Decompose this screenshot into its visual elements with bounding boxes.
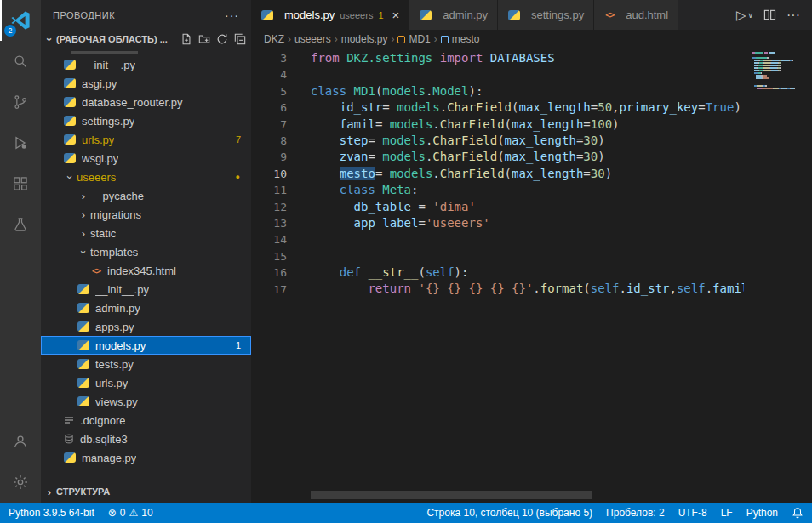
code-editor[interactable]: 34567891011121314151617 from DKZ.setting… — [251, 48, 812, 503]
outline-section-header[interactable]: › СТРУКТУРА — [41, 480, 251, 503]
new-folder-icon[interactable] — [198, 33, 210, 45]
tree-file-settings.py[interactable]: settings.py — [41, 111, 251, 130]
line-number: 11 — [251, 182, 287, 198]
language-mode-status[interactable]: Python — [746, 507, 778, 519]
workspace-section-header[interactable]: › (РАБОЧАЯ ОБЛАСТЬ) ... — [41, 30, 251, 48]
tree-file-asgi.py[interactable]: asgi.py — [41, 74, 251, 93]
tree-folder-migrations[interactable]: ›migrations — [41, 205, 251, 224]
file-name: __init__.py — [82, 59, 135, 71]
tree-file-manage.py[interactable]: manage.py — [41, 448, 251, 467]
tab-settings.py[interactable]: settings.py — [498, 0, 594, 30]
cursor-position-status[interactable]: Строка 10, столбец 10 (выбрано 5) — [426, 507, 592, 519]
tree-file-views.py[interactable]: views.py — [41, 392, 251, 411]
file-name: urls.py — [95, 377, 128, 389]
tree-file-.dcignore[interactable]: .dcignore — [41, 411, 251, 429]
tree-file-tests.py[interactable]: tests.py — [41, 355, 251, 373]
split-editor-icon[interactable] — [763, 9, 776, 21]
breadcrumb-models.py[interactable]: models.py — [341, 33, 388, 45]
code-line[interactable] — [311, 66, 744, 82]
code-line[interactable] — [311, 231, 744, 247]
code-line[interactable]: def __str__(self): — [311, 264, 744, 281]
line-number: 15 — [251, 248, 287, 264]
file-name: __pycache__ — [90, 190, 156, 202]
code-line[interactable]: class MD1(models.Model): — [311, 83, 744, 99]
python-file-icon — [64, 116, 76, 126]
tree-folder-templates[interactable]: ›templates — [41, 242, 251, 261]
explorer-more-actions-icon[interactable]: ··· — [225, 9, 239, 22]
file-name: tests.py — [95, 358, 134, 371]
run-debug-icon[interactable] — [0, 122, 41, 163]
close-tab-icon[interactable]: × — [392, 9, 400, 21]
tab-aud.html[interactable]: <>aud.html — [594, 0, 678, 30]
breadcrumb-separator: › — [288, 33, 291, 45]
code-line[interactable]: db_table = 'dima' — [311, 199, 744, 215]
tab-models.py[interactable]: models.pyuseeers1× — [251, 0, 409, 30]
python-file-icon — [77, 284, 89, 294]
indentation-status[interactable]: Пробелов: 2 — [606, 507, 665, 519]
tree-file-models.py[interactable]: models.py1 — [41, 336, 251, 355]
settings-gear-icon[interactable] — [0, 462, 41, 503]
code-line[interactable]: step= models.CharField(max_length=30) — [311, 133, 744, 149]
extensions-icon[interactable] — [0, 163, 41, 204]
status-bar: Python 3.9.5 64-bit ⊗0 ⚠10 Строка 10, ст… — [0, 503, 812, 523]
breadcrumb-mesto[interactable]: mesto — [441, 33, 480, 45]
code-line[interactable] — [311, 248, 744, 264]
chevron-down-icon: › — [64, 170, 77, 184]
source-control-icon[interactable] — [0, 82, 41, 122]
tab-label: models.py — [284, 9, 335, 21]
breadcrumb-separator: › — [335, 33, 338, 45]
problems-status[interactable]: ⊗0 ⚠10 — [108, 507, 153, 519]
config-file-icon — [63, 414, 75, 426]
breadcrumb-MD1[interactable]: MD1 — [397, 33, 430, 45]
tab-admin.py[interactable]: admin.py — [409, 0, 498, 30]
tree-folder-useeers[interactable]: ›useeers● — [41, 168, 251, 186]
notification-count-badge: 2 — [4, 25, 16, 37]
tree-file-index345.html[interactable]: <>index345.html — [41, 261, 251, 280]
tree-folder-static[interactable]: ›static — [41, 224, 251, 242]
refresh-icon[interactable] — [216, 33, 228, 45]
tree-file-admin.py[interactable]: admin.py — [41, 298, 251, 317]
run-dropdown-icon[interactable]: ∨ — [747, 11, 753, 20]
code-line[interactable]: zvan= models.CharField(max_length=30) — [311, 149, 744, 165]
search-icon[interactable] — [0, 41, 41, 82]
breadcrumb-useeers[interactable]: useeers — [294, 33, 331, 45]
tree-file-database_roouter.py[interactable]: database_roouter.py — [41, 93, 251, 111]
collapse-folders-icon[interactable] — [234, 33, 246, 45]
notifications-bell-icon[interactable] — [792, 507, 803, 519]
tree-file-urls.py[interactable]: urls.py — [41, 373, 251, 392]
testing-icon[interactable] — [0, 204, 41, 245]
horizontal-scrollbar[interactable] — [311, 491, 592, 499]
code-line[interactable]: return '{} {} {} {} {}'.format(self.id_s… — [311, 281, 744, 297]
explorer-logo-icon[interactable]: 2 — [0, 0, 41, 41]
code-content[interactable]: from DKZ.settings import DATABASESclass … — [304, 48, 744, 503]
code-line[interactable]: class Meta: — [311, 182, 744, 198]
tree-file-wsgi.py[interactable]: wsgi.py — [41, 149, 251, 168]
tree-file-__init__.py[interactable]: __init__.py — [41, 280, 251, 298]
run-python-file-button[interactable]: ▷∨ — [736, 8, 753, 23]
encoding-status[interactable]: UTF-8 — [678, 507, 707, 519]
minimap[interactable] — [752, 48, 804, 503]
tree-file-__init__.py[interactable]: __init__.py — [41, 55, 251, 74]
file-name: index345.html — [107, 264, 176, 277]
code-line[interactable]: famil= models.CharField(max_length=100) — [311, 117, 744, 133]
eol-status[interactable]: LF — [721, 507, 733, 519]
tree-file-db.sqlite3[interactable]: db.sqlite3 — [41, 429, 251, 448]
tree-folder-__pycache__[interactable]: ›__pycache__ — [41, 186, 251, 205]
code-line[interactable]: app_label='useeers' — [311, 215, 744, 231]
tree-item-partial[interactable] — [41, 48, 251, 55]
code-line[interactable]: id_str= models.CharField(max_length=50,p… — [311, 99, 744, 116]
python-interpreter-status[interactable]: Python 3.9.5 64-bit — [9, 507, 94, 519]
code-line[interactable]: from DKZ.settings import DATABASES — [311, 50, 744, 66]
warning-icon: ⚠ — [129, 507, 138, 519]
tree-file-urls.py[interactable]: urls.py7 — [41, 130, 251, 149]
editor-more-actions-icon[interactable]: ··· — [786, 8, 800, 23]
tree-file-apps.py[interactable]: apps.py — [41, 317, 251, 336]
file-name: models.py — [95, 339, 146, 352]
line-number: 4 — [251, 66, 287, 82]
code-line[interactable]: mesto= models.CharField(max_length=30) — [311, 166, 744, 182]
breadcrumb-DKZ[interactable]: DKZ — [264, 33, 284, 45]
activity-bar: 2 — [0, 0, 41, 503]
python-file-icon — [261, 10, 273, 20]
accounts-icon[interactable] — [0, 421, 41, 462]
new-file-icon[interactable] — [180, 33, 192, 45]
